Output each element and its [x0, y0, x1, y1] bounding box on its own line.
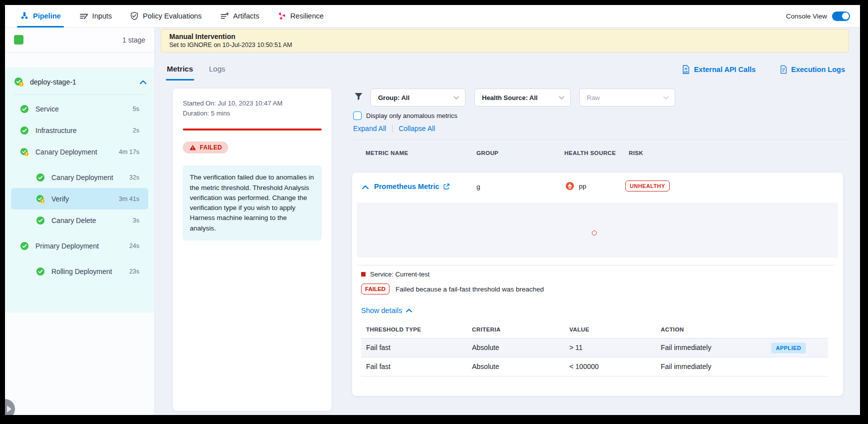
health-source-label: pp — [579, 182, 586, 190]
step-label: Canary Deployment — [35, 148, 97, 156]
divider — [353, 140, 849, 140]
manual-intervention-banner: Manual Intervention Set to IGNORE on 10-… — [161, 29, 849, 52]
step-label: Canary Delete — [51, 216, 96, 224]
anomalous-metrics-checkbox[interactable] — [353, 112, 362, 120]
failed-badge: FAILED — [361, 284, 390, 294]
chevron-down-icon — [453, 96, 459, 100]
success-warning-icon — [20, 148, 29, 156]
check-circle-icon — [20, 126, 29, 135]
step-label: Rolling Deployment — [51, 268, 112, 276]
col-metric-name: METRIC NAME — [366, 150, 409, 156]
threshold-table-header: THRESHOLD TYPE CRITERIA VALUE ACTION — [361, 326, 828, 338]
collapse-all-link[interactable]: Collapse All — [399, 124, 435, 132]
step-duration: 5s — [133, 106, 139, 112]
step-duration: 24s — [129, 242, 139, 250]
step-row-canary-deployment-group[interactable]: Canary Deployment 4m 17s — [11, 141, 148, 162]
step-label: Service — [35, 105, 59, 113]
step-duration: 3s — [133, 217, 139, 224]
anomalous-metrics-label: Display only anomalous metrics — [366, 112, 457, 120]
link-label: External API Calls — [694, 66, 756, 74]
step-row-infrastructure[interactable]: Infrastructure 2s — [11, 120, 148, 141]
check-circle-icon — [20, 104, 29, 114]
step-label: Infrastructure — [35, 126, 76, 134]
step-row-verify[interactable]: Verify 3m 41s — [11, 188, 148, 210]
divider — [392, 124, 393, 132]
console-view-toggle[interactable] — [832, 12, 850, 21]
select-placeholder: Raw — [587, 94, 600, 102]
step-duration: 3m 41s — [119, 196, 139, 202]
metric-row-card: Prometheus Metric g pp UNHEALTHY — [352, 172, 843, 396]
svg-text:API: API — [684, 70, 688, 74]
execution-sidebar: 1 stage deploy-stage-1 Service 5s Infr — [5, 28, 155, 415]
step-row-rolling-deployment[interactable]: Rolling Deployment 23s — [11, 260, 148, 282]
chevron-up-icon — [406, 308, 412, 312]
filter-funnel-icon[interactable] — [354, 92, 364, 102]
banner-title: Manual Intervention — [169, 32, 841, 40]
tab-label: Artifacts — [233, 12, 259, 20]
external-api-calls-link[interactable]: API External API Calls — [682, 64, 756, 74]
verification-message: The verification failed due to anomalies… — [183, 166, 322, 240]
stage-row-deploy-stage-1[interactable]: deploy-stage-1 — [5, 74, 154, 90]
log-document-icon — [780, 64, 788, 74]
collapse-chevron-up-icon[interactable] — [362, 185, 369, 190]
tab-label: Inputs — [92, 12, 112, 20]
artifacts-icon — [220, 12, 229, 21]
check-circle-icon — [20, 242, 29, 250]
failed-reason: Failed because a fail-fast threshold was… — [396, 286, 544, 293]
show-details-label: Show details — [361, 306, 402, 314]
step-row-service[interactable]: Service 5s — [11, 98, 148, 120]
stage-status-square-icon — [14, 35, 23, 44]
duration: Duration: 5 mins — [183, 108, 322, 118]
col-criteria: CRITERIA — [472, 326, 501, 332]
health-source-filter-select[interactable]: Health Source: All — [474, 88, 571, 106]
step-label: Primary Deployment — [35, 242, 99, 250]
stage-summary-row: 1 stage — [5, 28, 154, 52]
main-content: Manual Intervention Set to IGNORE on 10-… — [155, 28, 860, 415]
tab-inputs[interactable]: Inputs — [79, 5, 112, 28]
col-group: GROUP — [476, 150, 498, 156]
step-duration: 23s — [129, 268, 139, 275]
show-details-link[interactable]: Show details — [361, 306, 412, 314]
value-cell: < 100000 — [569, 362, 599, 370]
console-view-label: Console View — [786, 12, 827, 20]
tab-resilience[interactable]: Resilience — [277, 5, 324, 28]
chart-legend: Service: Current-test — [361, 270, 430, 278]
threshold-row: Fail fast Absolute > 11 Fail immediately… — [361, 338, 828, 358]
tab-logs[interactable]: Logs — [208, 58, 227, 80]
toggle-knob — [842, 12, 849, 20]
criteria-cell: Absolute — [472, 344, 499, 352]
banner-subtitle: Set to IGNORE on 10-Jul-2023 10:50:51 AM — [169, 42, 841, 48]
group-filter-select[interactable]: Group: All — [371, 88, 465, 106]
check-circle-icon — [36, 267, 45, 276]
threshold-table: THRESHOLD TYPE CRITERIA VALUE ACTION Fai… — [361, 326, 828, 376]
tab-pipeline[interactable]: Pipeline — [20, 5, 61, 28]
legend-label: Service: Current-test — [370, 270, 430, 278]
success-warning-icon — [14, 77, 24, 87]
chevron-up-icon[interactable] — [140, 80, 146, 84]
top-navigation: Pipeline Inputs Policy Evaluations Artif… — [5, 5, 860, 28]
raw-filter-select[interactable]: Raw — [579, 88, 675, 106]
metric-name-link[interactable]: Prometheus Metric — [374, 182, 450, 190]
step-row-canary-delete[interactable]: Canary Delete 3s — [11, 210, 148, 231]
link-label: Execution Logs — [791, 66, 845, 74]
step-row-primary-deployment-group[interactable]: Primary Deployment 24s — [11, 235, 148, 256]
step-row-canary-deployment[interactable]: Canary Deployment 32s — [11, 166, 148, 188]
col-value: VALUE — [569, 326, 589, 332]
select-value: Group: All — [378, 94, 410, 102]
criteria-cell: Absolute — [472, 362, 499, 370]
col-action: ACTION — [661, 326, 684, 332]
execution-logs-link[interactable]: Execution Logs — [780, 64, 845, 74]
tab-metrics[interactable]: Metrics — [166, 58, 194, 80]
threshold-type-cell: Fail fast — [366, 362, 391, 370]
tab-label: Resilience — [290, 12, 324, 20]
applied-badge: APPLIED — [771, 342, 806, 354]
tab-policy-evaluations[interactable]: Policy Evaluations — [130, 5, 202, 28]
action-cell: Fail immediately — [661, 344, 711, 352]
anomalous-data-point[interactable] — [592, 230, 597, 236]
app-window: Pipeline Inputs Policy Evaluations Artif… — [5, 5, 860, 415]
expand-all-link[interactable]: Expand All — [353, 124, 386, 132]
tab-artifacts[interactable]: Artifacts — [220, 5, 259, 28]
metrics-logs-tabs: Metrics Logs — [166, 58, 226, 80]
prometheus-icon — [565, 182, 574, 190]
tab-label: Policy Evaluations — [143, 12, 202, 20]
